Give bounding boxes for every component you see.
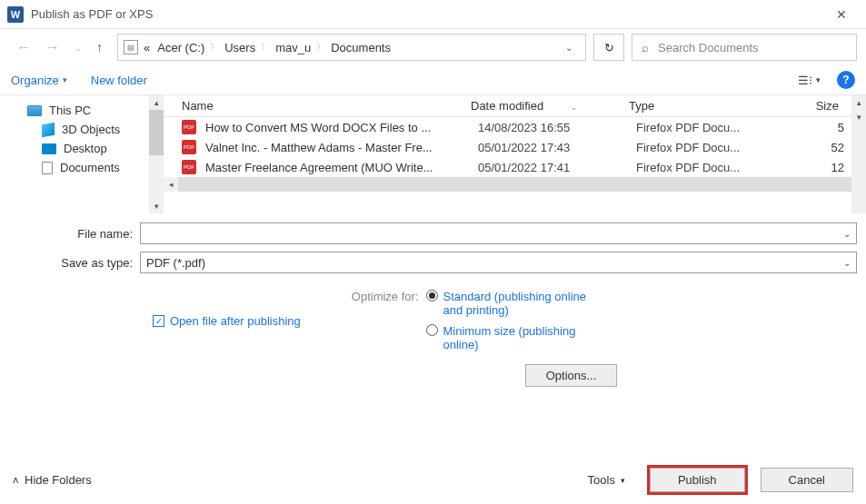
- address-dropdown[interactable]: ⌄: [558, 43, 580, 53]
- forward-button[interactable]: →: [45, 39, 60, 55]
- search-icon: ⌕: [642, 41, 649, 54]
- footer: ʌ Hide Folders Tools ▾ Publish Cancel: [0, 465, 866, 495]
- publish-button[interactable]: Publish: [650, 468, 745, 492]
- publish-button-highlight: Publish: [647, 465, 748, 495]
- scroll-down-icon[interactable]: ▾: [851, 110, 866, 124]
- close-button[interactable]: ✕: [821, 1, 862, 28]
- dropdown-caret-icon: ▾: [621, 476, 625, 485]
- nav-arrows: ← → ⌄ ↑: [9, 39, 110, 55]
- word-icon: W: [7, 6, 24, 23]
- main-area: This PC 3D Objects Desktop Documents ▴ ▾…: [0, 95, 866, 213]
- file-type: Firefox PDF Docu...: [636, 121, 776, 134]
- open-after-label: Open file after publishing: [170, 314, 301, 328]
- form-area: File name: ⌄ Save as type: PDF (*.pdf)⌄ …: [0, 213, 866, 387]
- file-row[interactable]: PDFValnet Inc. - Matthew Adams - Master …: [164, 137, 866, 157]
- file-name-input[interactable]: ⌄: [140, 222, 857, 244]
- tools-label: Tools: [588, 473, 615, 487]
- file-name: Master Freelance Agreement (MUO Write...: [205, 161, 478, 174]
- breadcrumb-seg-4[interactable]: Documents: [331, 41, 391, 54]
- back-button[interactable]: ←: [16, 39, 31, 55]
- breadcrumb-root[interactable]: «: [144, 41, 150, 54]
- sidebar-item-label: Documents: [60, 161, 120, 174]
- sidebar-item-desktop[interactable]: Desktop: [27, 139, 164, 158]
- options-button[interactable]: Options...: [525, 364, 618, 387]
- dropdown-caret-icon[interactable]: ⌄: [843, 229, 851, 239]
- documents-icon: [42, 162, 53, 174]
- v-scrollbar[interactable]: ▴ ▾: [851, 95, 866, 213]
- scroll-track[interactable]: [178, 177, 851, 192]
- search-input[interactable]: ⌕ Search Documents: [632, 34, 857, 61]
- checkbox-icon: ✓: [153, 315, 164, 327]
- toolbar: Organize ▾ New folder ☰⁝ ▾ ?: [0, 65, 866, 95]
- help-button[interactable]: ?: [837, 71, 855, 89]
- pc-icon: [27, 105, 42, 116]
- folder-icon: ▤: [124, 40, 138, 54]
- organize-label: Organize: [11, 74, 59, 87]
- file-size: 12: [776, 161, 857, 174]
- save-type-input[interactable]: PDF (*.pdf)⌄: [140, 252, 857, 273]
- scroll-down-icon[interactable]: ▾: [149, 199, 164, 213]
- sidebar-item-documents[interactable]: Documents: [27, 158, 164, 177]
- sidebar-item-3d-objects[interactable]: 3D Objects: [27, 120, 164, 139]
- address-bar[interactable]: ▤ « Acer (C:) 〉 Users 〉 mav_u 〉 Document…: [117, 34, 586, 61]
- nav-bar: ← → ⌄ ↑ ▤ « Acer (C:) 〉 Users 〉 mav_u 〉 …: [0, 29, 866, 65]
- chevron-up-icon: ʌ: [13, 474, 19, 486]
- organize-button[interactable]: Organize ▾: [11, 74, 67, 87]
- dropdown-caret-icon: ▾: [816, 75, 821, 84]
- col-size[interactable]: Size: [769, 99, 857, 113]
- file-row[interactable]: PDFHow to Convert MS Word DOCX Files to …: [164, 117, 866, 137]
- save-type-label: Save as type:: [13, 256, 140, 270]
- scroll-up-icon[interactable]: ▴: [149, 95, 164, 110]
- file-list: Name Date modified⌄ Type Size PDFHow to …: [164, 95, 866, 192]
- options: ✓ Open file after publishing Optimize fo…: [13, 281, 857, 359]
- search-placeholder: Search Documents: [658, 41, 759, 54]
- open-after-checkbox[interactable]: ✓ Open file after publishing: [153, 290, 301, 351]
- sidebar: This PC 3D Objects Desktop Documents ▴ ▾: [0, 95, 164, 213]
- dropdown-caret-icon: ▾: [63, 75, 67, 84]
- tools-button[interactable]: Tools ▾: [588, 473, 634, 487]
- cancel-button[interactable]: Cancel: [761, 468, 853, 492]
- recent-dropdown[interactable]: ⌄: [75, 43, 82, 53]
- chevron-right-icon[interactable]: 〉: [210, 41, 219, 54]
- sort-caret-icon: ⌄: [571, 103, 578, 112]
- radio-minimum[interactable]: Minimum size (publishing online): [426, 324, 598, 351]
- pdf-icon: PDF: [182, 120, 196, 134]
- scroll-up-icon[interactable]: ▴: [851, 95, 866, 110]
- radio-icon: [426, 290, 438, 301]
- file-date: 14/08/2023 16:55: [478, 121, 636, 134]
- sidebar-item-label: 3D Objects: [62, 123, 120, 136]
- view-button[interactable]: ☰⁝ ▾: [798, 74, 821, 87]
- dropdown-caret-icon[interactable]: ⌄: [843, 258, 851, 268]
- breadcrumb-seg-1[interactable]: Acer (C:): [157, 41, 204, 54]
- scroll-left-icon[interactable]: ◂: [164, 180, 178, 189]
- breadcrumb-seg-3[interactable]: mav_u: [275, 41, 311, 54]
- file-size: 52: [776, 141, 857, 154]
- optimize-label: Optimize for:: [352, 290, 419, 351]
- sidebar-item-label: Desktop: [64, 142, 107, 155]
- column-headers: Name Date modified⌄ Type Size: [164, 95, 866, 117]
- hide-folders-button[interactable]: ʌ Hide Folders: [13, 473, 92, 487]
- save-type-value: PDF (*.pdf): [146, 256, 205, 270]
- col-name[interactable]: Name: [182, 99, 471, 113]
- sidebar-item-this-pc[interactable]: This PC: [27, 101, 164, 120]
- radio-standard-label: Standard (publishing online and printing…: [443, 290, 598, 317]
- file-name: How to Convert MS Word DOCX Files to ...: [205, 121, 478, 134]
- new-folder-button[interactable]: New folder: [91, 74, 147, 87]
- h-scrollbar[interactable]: ◂ ▸: [164, 177, 866, 192]
- sidebar-scrollbar[interactable]: ▴ ▾: [149, 95, 164, 213]
- 3d-icon: [42, 122, 55, 136]
- breadcrumb-seg-2[interactable]: Users: [224, 41, 255, 54]
- file-name-label: File name:: [13, 227, 140, 241]
- refresh-button[interactable]: ↻: [593, 34, 624, 61]
- scroll-thumb[interactable]: [149, 110, 164, 155]
- col-type[interactable]: Type: [629, 99, 769, 113]
- file-type: Firefox PDF Docu...: [636, 141, 776, 154]
- chevron-right-icon[interactable]: 〉: [316, 41, 325, 54]
- sidebar-item-label: This PC: [49, 104, 91, 117]
- up-button[interactable]: ↑: [96, 40, 103, 54]
- radio-standard[interactable]: Standard (publishing online and printing…: [426, 290, 598, 317]
- chevron-right-icon[interactable]: 〉: [261, 41, 270, 54]
- pdf-icon: PDF: [182, 140, 196, 154]
- col-date[interactable]: Date modified⌄: [471, 99, 629, 113]
- file-row[interactable]: PDFMaster Freelance Agreement (MUO Write…: [164, 157, 866, 177]
